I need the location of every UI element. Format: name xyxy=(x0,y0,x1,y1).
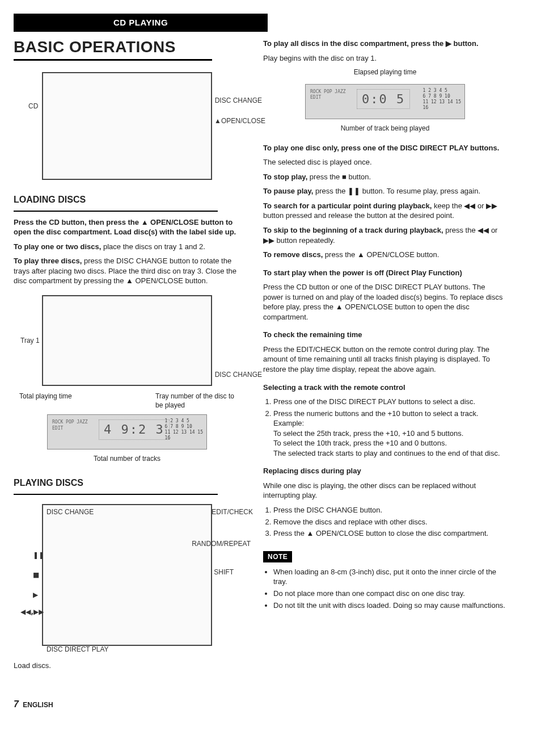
select-step-2: Press the numeric buttons and the +10 bu… xyxy=(273,409,507,459)
right-column: To play all discs in the disc compartmen… xyxy=(263,36,507,675)
disp1-grid: 1 2 3 4 5 6 7 8 9 10 11 12 13 14 15 16 xyxy=(165,418,203,441)
note-1: When loading an 8-cm (3-inch) disc, put … xyxy=(273,567,507,587)
example-1: To select the 25th track, press the +10,… xyxy=(273,429,463,438)
seek-icons: ◀◀,▶▶ xyxy=(20,607,44,616)
direct-play-text: Press the CD button or one of the DISC D… xyxy=(263,282,507,322)
two-column-layout: BASIC OPERATIONS CD DISC CHANGE ▲OPEN/CL… xyxy=(14,36,518,675)
page-footer: 7 ENGLISH xyxy=(14,698,518,711)
note-list: When loading an 8-cm (3-inch) disc, put … xyxy=(273,567,507,610)
replace-list: Press the DISC CHANGE button. Remove the… xyxy=(273,505,507,539)
figure-tray-insert: Tray 1 DISC CHANGE xyxy=(42,295,212,386)
note-2: Do not place more than one compact disc … xyxy=(273,589,507,599)
num-track-caption: Number of track being played xyxy=(263,124,507,133)
elapsed-caption: Elapsed playing time xyxy=(263,68,507,77)
figure-controls: DISC CHANGE EDIT/CHECK RANDOM/REPEAT SHI… xyxy=(42,504,212,646)
replace-2: Remove the discs and replace with other … xyxy=(273,517,507,527)
remove-line: To remove discs, press the ▲ OPEN/CLOSE … xyxy=(263,250,507,260)
fig-label-disc-change: DISC CHANGE xyxy=(215,96,262,105)
load-discs-caption: Load discs. xyxy=(14,661,240,671)
disp1-small: ROCK POP JAZZEDIT xyxy=(52,419,88,432)
stop-icon: ■ xyxy=(33,570,39,579)
replace-1: Press the DISC CHANGE button. xyxy=(273,505,507,515)
page-language: ENGLISH xyxy=(23,701,53,709)
left-column: BASIC OPERATIONS CD DISC CHANGE ▲OPEN/CL… xyxy=(14,36,240,675)
fig3-shift: SHIFT xyxy=(214,568,234,577)
disp1-time: 4 9:2 3 xyxy=(99,419,170,440)
replace-title: Replacing discs during play xyxy=(263,466,507,476)
pause-icon: ❚❚ xyxy=(33,551,44,560)
heading-loading-discs: LOADING DISCS xyxy=(14,194,240,206)
one-disc-text: The selected disc is played once. xyxy=(263,157,507,167)
play-three: To play three discs, press the DISC CHAN… xyxy=(14,256,240,286)
one-disc-title: To play one disc only, press one of the … xyxy=(263,143,507,153)
disp2-time: 0:0 5 xyxy=(357,89,410,110)
lbl-total-tracks: Total number of tracks xyxy=(14,454,240,463)
fig3-disc-direct: DISC DIRECT PLAY xyxy=(47,645,109,654)
section-header-bar: CD PLAYING xyxy=(14,14,268,32)
play-all-text: Play begins with the disc on tray 1. xyxy=(263,53,507,64)
replace-3: Press the ▲ OPEN/CLOSE button to close t… xyxy=(273,528,507,539)
display-panel-2: ROCK POP JAZZEDIT 0:0 5 1 2 3 4 5 6 7 8 … xyxy=(305,84,465,119)
play-one-two-b: To play one or two discs, xyxy=(14,242,101,251)
fig-label-cd: CD xyxy=(28,102,38,111)
lbl-total-time: Total playing time xyxy=(19,392,72,410)
fig3-edit-check: EDIT/CHECK xyxy=(212,507,253,516)
disp2-grid: 1 2 3 4 5 6 7 8 9 10 11 12 13 14 15 16 xyxy=(423,88,461,111)
note-badge: NOTE xyxy=(263,551,292,562)
note-3: Do not tilt the unit with discs loaded. … xyxy=(273,600,507,611)
display1-top-captions: Total playing time Tray number of the di… xyxy=(19,392,235,410)
fig2-tray1: Tray 1 xyxy=(20,336,40,345)
heading-playing-discs: PLAYING DISCS xyxy=(14,477,240,489)
play-three-b: To play three discs, xyxy=(14,257,82,265)
select-step-1: Press one of the DISC DIRECT PLAY button… xyxy=(273,397,507,407)
fig3-disc-change: DISC CHANGE xyxy=(47,507,94,516)
heading-underline-2 xyxy=(14,494,218,495)
play-all-title: To play all discs in the disc compartmen… xyxy=(263,39,507,49)
replace-intro: While one disc is playing, the other dis… xyxy=(263,481,507,501)
play-icon: ▶ xyxy=(33,590,38,599)
example-2: To select the 10th track, press the +10 … xyxy=(273,439,447,447)
skip-line: To skip to the beginning of a track duri… xyxy=(263,225,507,245)
example-3: The selected track starts to play and co… xyxy=(273,449,500,457)
stop-line: To stop play, press the ■ button. xyxy=(263,172,507,182)
play-one-two-t: place the discs on tray 1 and 2. xyxy=(101,242,205,251)
example-label: Example: xyxy=(273,419,304,427)
fig2-disc-change: DISC CHANGE xyxy=(215,370,262,379)
check-time-title: To check the remaining time xyxy=(263,330,507,340)
heading-underline xyxy=(14,211,218,212)
figure-stereo-unit: CD DISC CHANGE ▲OPEN/CLOSE xyxy=(42,72,212,180)
check-time-text: Press the EDIT/CHECK button on the remot… xyxy=(263,345,507,375)
fig3-random-repeat: RANDOM/REPEAT xyxy=(192,539,251,548)
display-panel-1: ROCK POP JAZZEDIT 4 9:2 3 1 2 3 4 5 6 7 … xyxy=(47,414,207,450)
lbl-tray-number: Tray number of the disc to be played xyxy=(155,392,235,410)
direct-play-title: To start play when the power is off (Dir… xyxy=(263,268,507,278)
select-track-title: Selecting a track with the remote contro… xyxy=(263,383,507,393)
search-line: To search for a particular point during … xyxy=(263,201,507,221)
pause-line: To pause play, press the ❚❚ button. To r… xyxy=(263,186,507,196)
fig-label-open-close: ▲OPEN/CLOSE xyxy=(214,116,265,125)
play-one-two: To play one or two discs, place the disc… xyxy=(14,242,240,252)
loading-instruction: Press the CD button, then press the ▲ OP… xyxy=(14,217,240,237)
page-title: BASIC OPERATIONS xyxy=(14,36,212,61)
disp2-small: ROCK POP JAZZEDIT xyxy=(310,89,346,102)
select-track-list: Press one of the DISC DIRECT PLAY button… xyxy=(273,397,507,458)
page-number: 7 xyxy=(14,699,19,709)
